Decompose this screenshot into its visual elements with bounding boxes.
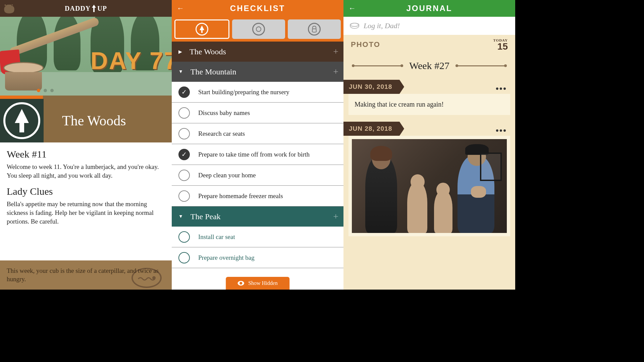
add-icon[interactable]: + bbox=[333, 46, 338, 57]
log-placeholder: Log it, Dad! bbox=[364, 21, 400, 30]
tree-icon bbox=[199, 25, 205, 33]
add-icon[interactable]: + bbox=[333, 211, 338, 222]
bear-icon bbox=[2, 3, 17, 14]
chevron-right-icon: ▶ bbox=[178, 49, 182, 55]
checklist-tabs bbox=[172, 17, 343, 42]
photo-row: PHOTO TODAY 15 bbox=[343, 35, 515, 57]
item-label: Start building/preparing the nursery bbox=[198, 88, 289, 96]
week-divider: Week #27 bbox=[343, 57, 515, 80]
header-title: CHECKLIST bbox=[230, 4, 285, 13]
item-label: Discuss baby names bbox=[198, 109, 250, 117]
checkbox[interactable] bbox=[178, 107, 190, 119]
today-number: 15 bbox=[493, 42, 508, 51]
journal-body: Log it, Dad! PHOTO TODAY 15 Week #27 JUN… bbox=[343, 17, 515, 290]
entry-photo bbox=[348, 136, 510, 236]
journal-header: ← JOURNAL bbox=[343, 0, 515, 17]
week-heading: Week #11 bbox=[7, 148, 165, 160]
checklist-item[interactable]: Prepare homemade freezer meals bbox=[172, 186, 343, 206]
checkbox-checked[interactable]: ✓ bbox=[178, 86, 190, 98]
pager-dot[interactable] bbox=[44, 89, 47, 92]
tree-icon bbox=[13, 109, 31, 132]
clues-text: Bella's appetite may be returning now th… bbox=[7, 200, 165, 226]
chevron-down-icon: ▼ bbox=[178, 69, 183, 74]
section-header: The Woods bbox=[0, 99, 172, 142]
logo-text-left: DADDY bbox=[65, 5, 91, 12]
checklist-item[interactable]: ✓Start building/preparing the nursery bbox=[172, 82, 343, 103]
pager-dot[interactable] bbox=[37, 89, 40, 92]
week-label: Week #27 bbox=[409, 60, 449, 71]
checklist-item[interactable]: Discuss baby names bbox=[172, 103, 343, 123]
week-text: Welcome to week 11. You're a lumberjack,… bbox=[7, 163, 165, 180]
checklist-item[interactable]: Install car seat bbox=[172, 227, 343, 247]
arrow-up-icon bbox=[91, 5, 97, 12]
checklist-screen: ← CHECKLIST ▶ The Woods + ▼ The Mountain… bbox=[172, 0, 343, 290]
app-logo: DADDY UP bbox=[65, 5, 107, 12]
baby-icon bbox=[255, 26, 262, 33]
checkbox[interactable] bbox=[178, 170, 190, 181]
log-input[interactable]: Log it, Dad! bbox=[343, 17, 515, 35]
section-title: The Woods bbox=[62, 113, 126, 129]
group-woods[interactable]: ▶ The Woods + bbox=[172, 42, 343, 62]
tab-woods[interactable] bbox=[174, 19, 229, 39]
caterpillar-icon bbox=[131, 268, 162, 288]
entry-menu-button[interactable]: ••• bbox=[496, 84, 507, 94]
item-label: Prepare to take time off from work for b… bbox=[198, 151, 310, 158]
entry-text: Making that ice cream run again! bbox=[348, 94, 510, 115]
entry-date: JUN 30, 2018 bbox=[343, 80, 399, 94]
header-title: JOURNAL bbox=[406, 4, 452, 13]
checkbox[interactable] bbox=[178, 190, 190, 202]
checkbox-checked[interactable]: ✓ bbox=[178, 149, 190, 160]
checklist-body: ▶ The Woods + ▼ The Mountain + ✓Start bu… bbox=[172, 42, 343, 290]
day-counter: DAY 77 bbox=[91, 47, 172, 74]
show-hidden-label: Show Hidden bbox=[248, 280, 278, 286]
checklist-item[interactable]: Prepare overnight bag bbox=[172, 247, 343, 268]
chevron-down-icon: ▼ bbox=[178, 214, 183, 219]
entry-date: JUN 28, 2018 bbox=[343, 122, 399, 136]
size-tip: This week, your cub is the size of a cat… bbox=[0, 260, 172, 290]
group-peak[interactable]: ▼ The Peak + bbox=[172, 206, 343, 227]
section-icon-circle bbox=[3, 102, 40, 139]
progress-strip bbox=[0, 96, 172, 99]
log-icon bbox=[350, 22, 360, 29]
checklist-item[interactable]: ✓Prepare to take time off from work for … bbox=[172, 144, 343, 165]
photo-button[interactable]: PHOTO bbox=[351, 40, 380, 49]
back-button[interactable]: ← bbox=[348, 4, 356, 13]
entry-menu-button[interactable]: ••• bbox=[496, 126, 507, 136]
hero-carousel[interactable]: DAY 77 bbox=[0, 17, 172, 96]
back-button[interactable]: ← bbox=[177, 4, 184, 13]
week-content: Week #11 Welcome to week 11. You're a lu… bbox=[0, 142, 172, 260]
stump-illustration bbox=[3, 62, 50, 92]
item-label: Prepare homemade freezer meals bbox=[198, 192, 283, 200]
family-photo[interactable] bbox=[352, 139, 507, 233]
item-label: Prepare overnight bag bbox=[198, 254, 255, 261]
journal-entry[interactable]: JUN 28, 2018 ••• bbox=[348, 122, 510, 236]
checklist-header: ← CHECKLIST bbox=[172, 0, 343, 17]
show-hidden-button[interactable]: Show Hidden bbox=[226, 277, 289, 290]
tab-bag[interactable] bbox=[288, 19, 341, 39]
home-screen: DADDY UP DAY 77 bbox=[0, 0, 172, 290]
checklist-item[interactable]: Deep clean your home bbox=[172, 165, 343, 186]
app-header: DADDY UP bbox=[0, 0, 172, 17]
tab-baby[interactable] bbox=[232, 19, 285, 39]
carousel-pager[interactable] bbox=[37, 89, 54, 92]
checkbox[interactable] bbox=[178, 128, 190, 139]
item-label: Deep clean your home bbox=[198, 172, 256, 179]
eye-icon bbox=[237, 281, 244, 286]
group-label: The Mountain bbox=[191, 67, 236, 76]
group-label: The Peak bbox=[191, 212, 221, 221]
svg-point-1 bbox=[256, 27, 261, 32]
item-label: Research car seats bbox=[198, 130, 245, 137]
logo-text-right: UP bbox=[97, 5, 107, 12]
checklist-item[interactable]: Research car seats bbox=[172, 123, 343, 144]
checkbox[interactable] bbox=[178, 231, 190, 243]
pager-dot[interactable] bbox=[50, 89, 54, 92]
group-label: The Woods bbox=[190, 47, 226, 56]
clues-heading: Lady Clues bbox=[7, 186, 165, 197]
journal-entry[interactable]: JUN 30, 2018 ••• Making that ice cream r… bbox=[348, 80, 510, 115]
group-mountain[interactable]: ▼ The Mountain + bbox=[172, 62, 343, 82]
item-label: Install car seat bbox=[198, 233, 235, 241]
journal-screen: ← JOURNAL Log it, Dad! PHOTO TODAY 15 We… bbox=[343, 0, 515, 290]
svg-point-3 bbox=[350, 23, 359, 26]
checkbox[interactable] bbox=[178, 252, 190, 263]
add-icon[interactable]: + bbox=[333, 66, 338, 77]
